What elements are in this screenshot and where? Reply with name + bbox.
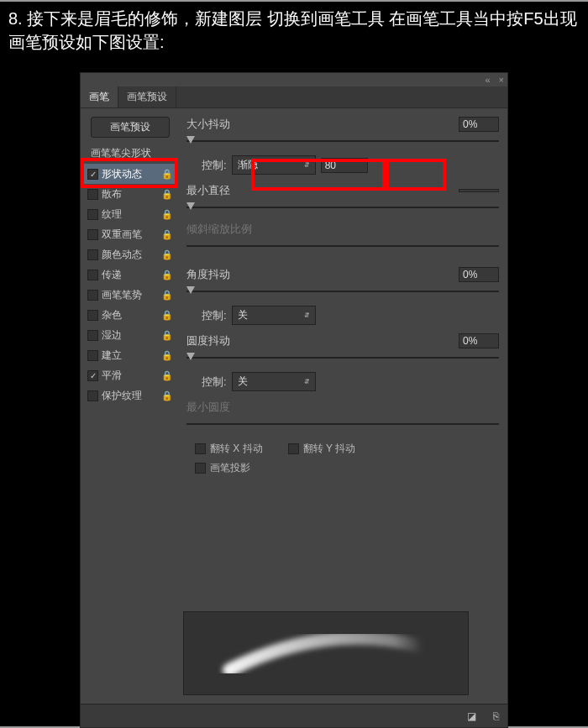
- control-label: 控制:: [202, 308, 227, 323]
- flip-x-checkbox[interactable]: 翻转 X 抖动: [195, 442, 263, 456]
- sidebar-item-label: 湿边: [102, 328, 160, 343]
- lock-icon[interactable]: 🔒: [160, 189, 175, 200]
- sidebar-item-wet-edges[interactable]: 湿边 🔒: [82, 325, 175, 345]
- checkbox-icon[interactable]: [87, 350, 98, 361]
- chevron-updown-icon: ⇵: [304, 161, 310, 169]
- min-diameter-slider[interactable]: [186, 202, 499, 213]
- brush-stroke-icon: [217, 628, 435, 678]
- sidebar-item-label: 保护纹理: [102, 389, 160, 403]
- brush-tip-shape[interactable]: 画笔笔尖形状: [82, 143, 175, 164]
- size-jitter-label: 大小抖动: [186, 117, 459, 132]
- sidebar-item-shape-dynamics[interactable]: ✓ 形状动态 🔒: [82, 164, 175, 184]
- sidebar-item-label: 双重画笔: [102, 228, 160, 242]
- checkbox-icon[interactable]: [87, 290, 98, 301]
- lock-icon[interactable]: 🔒: [160, 390, 175, 401]
- brush-panel: « × 画笔 画笔预设 画笔预设 画笔笔尖形状 ✓ 形状动态 🔒 散布 🔒 纹理…: [80, 72, 508, 728]
- checkbox-icon[interactable]: [87, 270, 98, 280]
- min-diameter-value[interactable]: [459, 189, 499, 192]
- control-dropdown[interactable]: 渐隐 ⇵: [232, 155, 316, 175]
- tab-brush[interactable]: 画笔: [81, 86, 118, 107]
- size-jitter-slider[interactable]: [186, 135, 499, 147]
- min-roundness-slider: [186, 418, 499, 430]
- sidebar-item-label: 平滑: [102, 369, 160, 383]
- lock-icon[interactable]: 🔒: [160, 229, 175, 240]
- sidebar-item-label: 建立: [102, 348, 160, 363]
- checkbox-icon[interactable]: [87, 189, 98, 200]
- size-jitter-value[interactable]: 0%: [459, 117, 499, 132]
- sidebar-item-color-dynamics[interactable]: 颜色动态 🔒: [82, 244, 175, 264]
- lock-icon[interactable]: 🔒: [160, 350, 175, 361]
- min-roundness-label: 最小圆度: [186, 400, 499, 415]
- roundness-jitter-slider[interactable]: [186, 352, 499, 364]
- sidebar-item-scatter[interactable]: 散布 🔒: [82, 184, 175, 204]
- sidebar-item-label: 形状动态: [102, 167, 160, 181]
- sidebar-item-build-up[interactable]: 建立 🔒: [82, 345, 175, 365]
- checkbox-icon[interactable]: [87, 330, 98, 341]
- toggle-icon[interactable]: ◪: [467, 710, 476, 722]
- settings-area: 大小抖动 0% 控制: 渐隐 ⇵ 80 最小直径 倾斜缩放比例: [175, 108, 507, 704]
- checkbox-icon[interactable]: [87, 209, 98, 220]
- sidebar-item-texture[interactable]: 纹理 🔒: [82, 204, 175, 224]
- checkbox-icon[interactable]: [87, 310, 98, 321]
- lock-icon[interactable]: 🔒: [160, 270, 175, 280]
- checkbox-icon[interactable]: [87, 390, 98, 401]
- new-preset-icon[interactable]: ⎘: [493, 710, 499, 722]
- control-label: 控制:: [202, 158, 227, 173]
- roundness-jitter-value[interactable]: 0%: [459, 333, 499, 348]
- angle-jitter-value[interactable]: 0%: [459, 267, 499, 282]
- checkbox-icon[interactable]: [87, 229, 98, 240]
- flip-y-checkbox[interactable]: 翻转 Y 抖动: [288, 442, 355, 456]
- checkbox-icon[interactable]: ✓: [87, 169, 98, 180]
- instruction-text: 8. 接下来是眉毛的修饰，新建图层 切换到画笔工具 在画笔工具当中按F5出现画笔…: [0, 0, 588, 59]
- sidebar-item-protect-texture[interactable]: 保护纹理 🔒: [82, 385, 175, 406]
- sidebar-item-transfer[interactable]: 传递 🔒: [82, 264, 175, 285]
- checkbox-icon[interactable]: [87, 249, 98, 260]
- lock-icon[interactable]: 🔒: [160, 370, 175, 381]
- dropdown-value: 关: [238, 374, 248, 389]
- angle-jitter-slider[interactable]: [186, 285, 499, 297]
- lock-icon[interactable]: 🔒: [160, 209, 175, 220]
- tilt-scale-label: 倾斜缩放比例: [186, 222, 499, 237]
- lock-icon[interactable]: 🔒: [160, 310, 175, 321]
- dropdown-value: 关: [238, 308, 248, 322]
- roundness-jitter-label: 圆度抖动: [186, 333, 459, 348]
- lock-icon[interactable]: 🔒: [160, 290, 175, 301]
- lock-icon[interactable]: 🔒: [160, 249, 175, 260]
- checkbox-icon[interactable]: ✓: [87, 370, 98, 381]
- round-control-dropdown[interactable]: 关 ⇵: [232, 372, 316, 391]
- control-label: 控制:: [202, 374, 227, 390]
- chevron-updown-icon: ⇵: [304, 378, 310, 385]
- sidebar-item-label: 画笔笔势: [102, 288, 160, 302]
- panel-footer: ◪ ⎘: [81, 704, 507, 727]
- sidebar: 画笔预设 画笔笔尖形状 ✓ 形状动态 🔒 散布 🔒 纹理 🔒 双重画笔 🔒: [81, 108, 175, 704]
- sidebar-item-label: 散布: [102, 187, 160, 202]
- chevron-updown-icon: ⇵: [304, 312, 310, 319]
- tab-preset[interactable]: 画笔预设: [118, 86, 176, 107]
- sidebar-item-noise[interactable]: 杂色 🔒: [82, 305, 175, 325]
- dropdown-value: 渐隐: [238, 158, 258, 172]
- sidebar-item-brush-pose[interactable]: 画笔笔势 🔒: [82, 285, 175, 305]
- close-icon[interactable]: ×: [499, 75, 504, 85]
- sidebar-item-dual-brush[interactable]: 双重画笔 🔒: [82, 224, 175, 244]
- fade-count-value[interactable]: 80: [321, 158, 368, 173]
- brush-preset-button[interactable]: 画笔预设: [91, 117, 170, 138]
- sidebar-item-smoothing[interactable]: ✓ 平滑 🔒: [82, 365, 175, 385]
- lock-icon[interactable]: 🔒: [160, 330, 175, 341]
- tilt-scale-slider: [186, 240, 499, 252]
- collapse-icon[interactable]: «: [485, 75, 490, 85]
- lock-icon[interactable]: 🔒: [160, 169, 175, 180]
- sidebar-item-label: 颜色动态: [102, 248, 160, 262]
- sidebar-item-label: 传递: [102, 268, 160, 282]
- sidebar-item-label: 杂色: [102, 308, 160, 322]
- projection-checkbox[interactable]: 画笔投影: [195, 461, 250, 475]
- brush-preview: [183, 611, 469, 695]
- sidebar-item-label: 纹理: [102, 207, 160, 222]
- angle-jitter-label: 角度抖动: [186, 267, 459, 282]
- min-diameter-label: 最小直径: [186, 183, 459, 198]
- angle-control-dropdown[interactable]: 关 ⇵: [232, 306, 316, 325]
